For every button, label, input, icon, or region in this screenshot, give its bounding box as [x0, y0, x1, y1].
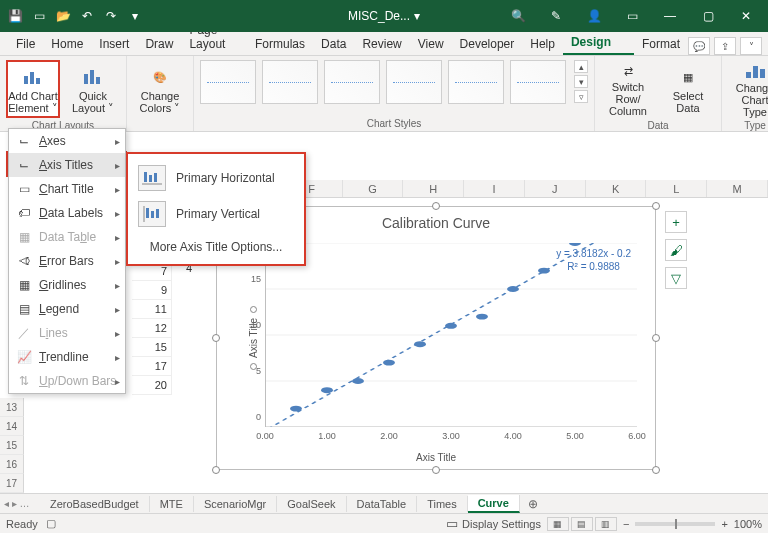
sheet-tab[interactable]: MTE	[150, 496, 194, 512]
menu-data-labels[interactable]: 🏷Data Labels▸	[9, 201, 125, 225]
resize-handle[interactable]	[652, 466, 660, 474]
user-icon[interactable]: 👤	[576, 2, 612, 30]
undo-icon[interactable]: ↶	[78, 7, 96, 25]
sheet-tab[interactable]: Times	[417, 496, 468, 512]
tab-file[interactable]: File	[8, 33, 43, 55]
chart-elements-button[interactable]: +	[665, 211, 687, 233]
new-icon[interactable]: ▭	[30, 7, 48, 25]
pen-icon[interactable]: ✎	[538, 2, 574, 30]
menu-gridlines[interactable]: ▦Gridlines▸	[9, 273, 125, 297]
styles-scroll-down-icon[interactable]: ▾	[574, 75, 588, 88]
zoom-out-button[interactable]: −	[623, 518, 629, 530]
chart-style-6[interactable]	[510, 60, 566, 104]
sheet-tab[interactable]: ScenarioMgr	[194, 496, 277, 512]
resize-handle[interactable]	[432, 466, 440, 474]
chart-style-1[interactable]	[200, 60, 256, 104]
tab-review[interactable]: Review	[354, 33, 409, 55]
cell-b[interactable]: 12	[132, 319, 172, 338]
styles-scroll-up-icon[interactable]: ▴	[574, 60, 588, 73]
share-icon[interactable]: ⇪	[714, 37, 736, 55]
row-header[interactable]: 14	[0, 417, 24, 436]
row-header[interactable]: 13	[0, 398, 24, 417]
chart-styles-button[interactable]: 🖌	[665, 239, 687, 261]
close-button[interactable]: ✕	[728, 2, 764, 30]
tab-help[interactable]: Help	[522, 33, 563, 55]
change-chart-type-button[interactable]: ChangeChart Type	[728, 60, 768, 118]
search-icon[interactable]: 🔍	[500, 2, 536, 30]
menu-trendline[interactable]: 📈Trendline▸	[9, 345, 125, 369]
cell-b[interactable]: 11	[132, 300, 172, 319]
add-sheet-button[interactable]: ⊕	[520, 497, 546, 511]
zoom-level[interactable]: 100%	[734, 518, 762, 530]
menu-error-bars[interactable]: ⏿Error Bars▸	[9, 249, 125, 273]
display-settings-icon[interactable]: ▭	[446, 516, 458, 531]
zoom-slider[interactable]	[635, 522, 715, 526]
resize-handle[interactable]	[212, 334, 220, 342]
row-header[interactable]: 15	[0, 436, 24, 455]
resize-handle[interactable]	[652, 334, 660, 342]
sheet-tab-active[interactable]: Curve	[468, 495, 520, 513]
zoom-in-button[interactable]: +	[721, 518, 727, 530]
cell-b[interactable]: 9	[132, 281, 172, 300]
tab-draw[interactable]: Draw	[137, 33, 181, 55]
open-icon[interactable]: 📂	[54, 7, 72, 25]
collapse-ribbon-icon[interactable]: ˅	[740, 37, 762, 55]
tab-formulas[interactable]: Formulas	[247, 33, 313, 55]
colh-j[interactable]: J	[525, 180, 586, 197]
chart-style-4[interactable]	[386, 60, 442, 104]
resize-handle[interactable]	[652, 202, 660, 210]
x-axis-title[interactable]: Axis Title	[416, 452, 456, 463]
plot-area[interactable]	[265, 243, 637, 427]
submenu-primary-horizontal[interactable]: Primary Horizontal	[128, 160, 304, 196]
cell-b[interactable]: 15	[132, 338, 172, 357]
sheet-tab[interactable]: GoalSeek	[277, 496, 346, 512]
change-colors-button[interactable]: 🎨 ChangeColors ˅	[133, 60, 187, 118]
select-data-button[interactable]: ▦ SelectData	[661, 60, 715, 118]
colh-m[interactable]: M	[707, 180, 768, 197]
view-page-break-button[interactable]: ▥	[595, 517, 617, 531]
ribbon-options-icon[interactable]: ▭	[614, 2, 650, 30]
styles-more-icon[interactable]: ▿	[574, 90, 588, 103]
row-header[interactable]: 16	[0, 455, 24, 474]
tab-insert[interactable]: Insert	[91, 33, 137, 55]
qat-dropdown-icon[interactable]: ▾	[126, 7, 144, 25]
quick-layout-button[interactable]: QuickLayout ˅	[66, 60, 120, 118]
colh-i[interactable]: I	[464, 180, 525, 197]
comments-icon[interactable]: 💬	[688, 37, 710, 55]
resize-handle[interactable]	[432, 202, 440, 210]
menu-axis-titles[interactable]: ⌙Axis Titles▸	[9, 153, 125, 177]
cell-b[interactable]: 17	[132, 357, 172, 376]
sheet-tab[interactable]: ZeroBasedBudget	[40, 496, 150, 512]
chart-style-2[interactable]	[262, 60, 318, 104]
colh-k[interactable]: K	[586, 180, 647, 197]
save-icon[interactable]: 💾	[6, 7, 24, 25]
switch-row-column-button[interactable]: ⇄ Switch Row/Column	[601, 60, 655, 118]
cell-b[interactable]: 20	[132, 376, 172, 395]
minimize-button[interactable]: —	[652, 2, 688, 30]
tab-developer[interactable]: Developer	[452, 33, 523, 55]
tab-data[interactable]: Data	[313, 33, 354, 55]
tab-home[interactable]: Home	[43, 33, 91, 55]
display-settings-label[interactable]: Display Settings	[462, 518, 541, 530]
menu-chart-title[interactable]: ▭Chart Title▸	[9, 177, 125, 201]
tab-view[interactable]: View	[410, 33, 452, 55]
resize-handle[interactable]	[212, 466, 220, 474]
menu-axes[interactable]: ⌙Axes▸	[9, 129, 125, 153]
add-chart-element-button[interactable]: Add ChartElement ˅	[6, 60, 60, 118]
chart-style-5[interactable]	[448, 60, 504, 104]
view-normal-button[interactable]: ▦	[547, 517, 569, 531]
colh-l[interactable]: L	[646, 180, 707, 197]
title-dropdown-icon[interactable]: ▾	[414, 9, 420, 23]
submenu-primary-vertical[interactable]: Primary Vertical	[128, 196, 304, 232]
redo-icon[interactable]: ↷	[102, 7, 120, 25]
submenu-more-options[interactable]: More Axis Title Options...	[128, 232, 304, 258]
colh-h[interactable]: H	[403, 180, 464, 197]
sheet-nav[interactable]: ◂ ▸ …	[4, 498, 30, 509]
sheet-tab[interactable]: DataTable	[347, 496, 418, 512]
row-header[interactable]: 17	[0, 474, 24, 493]
view-page-layout-button[interactable]: ▤	[571, 517, 593, 531]
menu-legend[interactable]: ▤Legend▸	[9, 297, 125, 321]
chart-style-3[interactable]	[324, 60, 380, 104]
colh-g[interactable]: G	[343, 180, 404, 197]
chart-filters-button[interactable]: ▽	[665, 267, 687, 289]
